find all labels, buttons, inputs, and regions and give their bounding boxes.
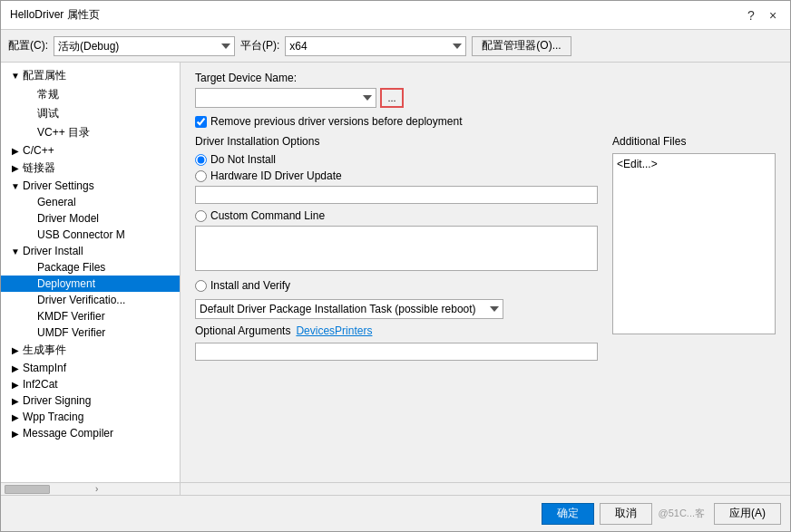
sidebar-item-label: 调试 <box>37 106 59 121</box>
config-label: 配置(C): <box>8 38 48 53</box>
right-column: Additional Files <Edit...> <box>612 135 776 361</box>
optional-args-input[interactable] <box>195 343 598 361</box>
sidebar-item-driver-model[interactable]: Driver Model <box>1 210 180 227</box>
sidebar: ▼ 配置属性 常规 调试 VC++ 目录 ▶ C/C++ <box>1 63 181 482</box>
additional-files-box[interactable]: <Edit...> <box>612 153 776 334</box>
expander-icon: ▶ <box>8 412 23 422</box>
radio-do-not-install[interactable] <box>195 154 207 166</box>
radio-install-verify-label: Install and Verify <box>210 279 290 292</box>
sidebar-item-label: 配置属性 <box>23 68 66 83</box>
sidebar-item-driver-settings[interactable]: ▼ Driver Settings <box>1 178 180 194</box>
target-device-row: ... <box>195 88 776 108</box>
remove-prev-row: Remove previous driver versions before d… <box>195 115 776 128</box>
sidebar-item-label: Wpp Tracing <box>23 411 83 423</box>
sidebar-item-wpp-tracing[interactable]: ▶ Wpp Tracing <box>1 409 180 425</box>
radio-group: Do Not Install Hardware ID Driver Update… <box>195 153 598 292</box>
sidebar-item-general[interactable]: General <box>1 194 180 210</box>
apply-button[interactable]: 应用(A) <box>714 503 781 525</box>
sidebar-item-label: StampInf <box>23 362 66 374</box>
config-combo[interactable]: 活动(Debug) <box>54 36 235 56</box>
sidebar-item-stamp-inf[interactable]: ▶ StampInf <box>1 360 180 376</box>
sidebar-item-label: VC++ 目录 <box>37 125 90 140</box>
sidebar-scrollbar-thumb[interactable] <box>5 485 50 494</box>
sidebar-item-label: Driver Model <box>37 212 99 225</box>
target-device-combo[interactable] <box>195 88 376 108</box>
radio-install-verify[interactable] <box>195 280 207 292</box>
expander-icon: ▼ <box>8 181 23 191</box>
browse-button[interactable]: ... <box>380 88 404 108</box>
expander-icon: ▶ <box>8 345 23 355</box>
sidebar-item-label: C/C++ <box>23 144 54 157</box>
expander-icon: ▶ <box>8 146 23 156</box>
sidebar-item-label: USB Connector M <box>37 228 125 241</box>
sidebar-item-pei-zhi-shu-xing[interactable]: ▼ 配置属性 <box>1 66 180 85</box>
sidebar-item-label: Driver Signing <box>23 394 91 407</box>
sidebar-item-vc-mu-lu[interactable]: VC++ 目录 <box>1 123 180 142</box>
platform-label: 平台(P): <box>240 38 279 53</box>
expander-icon: ▶ <box>8 380 23 390</box>
sidebar-item-kmdf-verifier[interactable]: KMDF Verifier <box>1 308 180 324</box>
default-task-combo[interactable]: Default Driver Package Installation Task… <box>195 299 503 319</box>
expander-icon: ▶ <box>8 363 23 373</box>
sidebar-item-label: 链接器 <box>23 160 55 176</box>
expander-icon: ▼ <box>8 71 23 81</box>
sidebar-item-deployment[interactable]: Deployment <box>1 276 180 292</box>
radio-hardware-id-label: Hardware ID Driver Update <box>210 169 342 182</box>
additional-files-value: <Edit...> <box>617 158 658 170</box>
platform-combo[interactable]: x64 <box>285 36 466 56</box>
sidebar-item-usb-connector[interactable]: USB Connector M <box>1 227 180 243</box>
radio-custom-cmd-label: Custom Command Line <box>210 209 325 222</box>
sidebar-item-label: UMDF Verifier <box>37 326 105 339</box>
sidebar-item-chang-gui[interactable]: 常规 <box>1 85 180 104</box>
radio-do-not-install-row: Do Not Install <box>195 153 598 166</box>
hardware-id-input[interactable] <box>195 186 598 204</box>
custom-cmd-textarea[interactable] <box>195 226 598 271</box>
ok-button[interactable]: 确定 <box>542 503 594 525</box>
title-bar: HelloDriver 属性页 ? × <box>1 1 790 30</box>
sidebar-item-label: Message Compiler <box>23 427 113 440</box>
sidebar-item-label: Deployment <box>37 277 95 290</box>
help-button[interactable]: ? <box>743 7 759 24</box>
sidebar-item-umdf-verifier[interactable]: UMDF Verifier <box>1 324 180 341</box>
left-column: Driver Installation Options Do Not Insta… <box>195 135 598 361</box>
two-col-layout: Driver Installation Options Do Not Insta… <box>195 135 776 361</box>
expander-icon: ▶ <box>8 429 23 439</box>
close-button[interactable]: × <box>765 7 781 24</box>
radio-custom-cmd-row: Custom Command Line <box>195 209 598 222</box>
sidebar-item-driver-signing[interactable]: ▶ Driver Signing <box>1 392 180 409</box>
sidebar-item-driver-verification[interactable]: Driver Verificatio... <box>1 292 180 308</box>
radio-do-not-install-label: Do Not Install <box>210 153 276 166</box>
sidebar-item-label: Driver Install <box>23 245 83 257</box>
sidebar-item-label: Inf2Cat <box>23 378 58 391</box>
target-device-label: Target Device Name: <box>195 72 776 84</box>
sidebar-item-label: 常规 <box>37 87 59 102</box>
devices-printers-link[interactable]: DevicesPrinters <box>296 324 372 337</box>
sidebar-item-label: KMDF Verifier <box>37 310 105 323</box>
radio-install-verify-row: Install and Verify <box>195 279 598 292</box>
sidebar-item-sheng-cheng-shi-jian[interactable]: ▶ 生成事件 <box>1 341 180 360</box>
radio-custom-cmd[interactable] <box>195 210 207 222</box>
remove-prev-label: Remove previous driver versions before d… <box>210 115 462 128</box>
optional-args-label: Optional Arguments <box>195 324 290 337</box>
cancel-button[interactable]: 取消 <box>600 503 652 525</box>
remove-prev-checkbox[interactable] <box>195 116 207 128</box>
watermark: @51C...客 <box>658 507 705 520</box>
sidebar-item-diao-shi[interactable]: 调试 <box>1 104 180 123</box>
sidebar-item-lian-jie-qi[interactable]: ▶ 链接器 <box>1 159 180 178</box>
sidebar-item-c-cpp[interactable]: ▶ C/C++ <box>1 142 180 159</box>
sidebar-item-inf2cat[interactable]: ▶ Inf2Cat <box>1 376 180 392</box>
sidebar-item-message-compiler[interactable]: ▶ Message Compiler <box>1 425 180 441</box>
dialog-title: HelloDriver 属性页 <box>10 7 100 23</box>
expander-icon: ▶ <box>8 163 23 173</box>
radio-hardware-id-row: Hardware ID Driver Update <box>195 169 598 182</box>
sidebar-item-driver-install[interactable]: ▼ Driver Install <box>1 243 180 259</box>
sidebar-item-label: Package Files <box>37 261 105 274</box>
content-area: Target Device Name: ... Remove previous … <box>181 63 790 482</box>
sidebar-item-label: Driver Settings <box>23 179 94 192</box>
sidebar-item-package-files[interactable]: Package Files <box>1 259 180 276</box>
radio-hardware-id[interactable] <box>195 170 207 182</box>
sidebar-item-label: General <box>37 196 76 208</box>
config-manager-button[interactable]: 配置管理器(O)... <box>472 36 571 56</box>
main-dialog: HelloDriver 属性页 ? × 配置(C): 活动(Debug) 平台(… <box>0 0 791 532</box>
expander-icon: ▼ <box>8 247 23 256</box>
